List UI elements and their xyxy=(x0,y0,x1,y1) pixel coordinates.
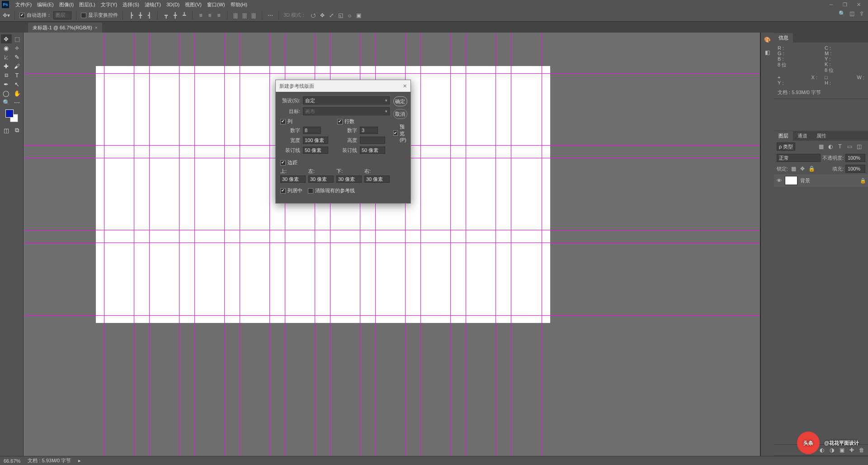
window-maximize-icon[interactable]: ❐ xyxy=(840,1,850,8)
columns-checkbox[interactable] xyxy=(280,119,286,124)
quickmask-icon[interactable]: ◫ xyxy=(1,126,12,135)
distribute-4-icon[interactable]: ||| xyxy=(232,12,239,19)
layer-filter-dropdown[interactable]: ρ 类型 xyxy=(777,142,795,151)
align-bottom-icon[interactable]: ┻ xyxy=(180,12,188,19)
status-docsize[interactable]: 文档 : 5.93M/0 字节 xyxy=(28,457,71,464)
show-transform-checkbox[interactable] xyxy=(81,13,86,18)
align-top-icon[interactable]: ┳ xyxy=(162,12,170,19)
margins-checkbox[interactable] xyxy=(280,160,286,166)
foreground-swatch[interactable] xyxy=(5,109,14,118)
more-tool[interactable]: ⋯ xyxy=(12,98,23,107)
info-tab[interactable]: 信息 xyxy=(774,33,793,43)
brush-tool[interactable]: 🖌 xyxy=(12,62,23,71)
close-tab-icon[interactable]: × xyxy=(95,25,98,30)
layers-tab[interactable]: 图层 xyxy=(774,131,793,141)
filter-shape-icon[interactable]: ▭ xyxy=(846,143,853,150)
filter-type-icon[interactable]: T xyxy=(836,143,844,150)
lock-position-icon[interactable]: ✥ xyxy=(799,165,806,172)
3d-light-icon[interactable]: ☼ xyxy=(346,12,353,19)
menu-help[interactable]: 帮助(H) xyxy=(228,0,250,9)
overflow-icon[interactable]: ⋯ xyxy=(267,12,274,19)
margin-right-input[interactable]: 30 像素 xyxy=(364,176,390,183)
preset-dropdown[interactable]: 自定▾ xyxy=(303,96,390,104)
row-gutter-input[interactable]: 50 像素 xyxy=(360,147,385,154)
3d-orbit-icon[interactable]: ⭯ xyxy=(310,12,317,19)
col-gutter-input[interactable]: 50 像素 xyxy=(303,147,328,154)
color-swatches[interactable] xyxy=(5,109,18,122)
clear-checkbox[interactable] xyxy=(308,188,313,194)
dialog-titlebar[interactable]: 新建参考线版面 ✕ xyxy=(276,80,410,92)
eyedropper-tool[interactable]: ✎ xyxy=(12,52,23,62)
zoom-tool[interactable]: 🔍 xyxy=(1,98,12,107)
shape-tool[interactable]: ◯ xyxy=(1,89,12,98)
adjust-panel-icon[interactable]: ◧ xyxy=(764,49,771,56)
menu-file[interactable]: 文件(F) xyxy=(13,0,34,9)
lasso-tool[interactable]: ◉ xyxy=(1,43,12,52)
share-icon[interactable]: ⇪ xyxy=(858,10,865,17)
auto-select-dropdown[interactable]: 图层 xyxy=(53,11,71,19)
distribute-5-icon[interactable]: ||| xyxy=(241,12,248,19)
menu-window[interactable]: 窗口(W) xyxy=(204,0,228,9)
blend-mode-dropdown[interactable]: 正常 xyxy=(777,154,821,162)
heal-tool[interactable]: ✚ xyxy=(1,62,12,71)
search-icon[interactable]: 🔍 xyxy=(838,10,845,17)
preview-checkbox[interactable] xyxy=(393,130,398,136)
distribute-6-icon[interactable]: ||| xyxy=(250,12,257,19)
visibility-icon[interactable]: 👁 xyxy=(776,178,782,183)
distribute-3-icon[interactable]: ≡ xyxy=(215,12,222,19)
workspace-icon[interactable]: ◫ xyxy=(848,10,855,17)
marquee-tool[interactable]: ⬚ xyxy=(12,34,23,43)
filter-image-icon[interactable]: ▦ xyxy=(817,143,825,150)
cancel-button[interactable]: 取消 xyxy=(393,109,407,119)
distribute-1-icon[interactable]: ≡ xyxy=(197,12,204,19)
path-tool[interactable]: ↖ xyxy=(12,80,23,89)
move-tool-icon[interactable]: ✥▾ xyxy=(3,12,10,19)
filter-adjust-icon[interactable]: ◐ xyxy=(827,143,834,150)
align-hcenter-icon[interactable]: ╋ xyxy=(137,12,144,19)
align-right-icon[interactable]: ┫ xyxy=(146,12,153,19)
menu-3d[interactable]: 3D(D) xyxy=(164,1,182,8)
margin-bottom-input[interactable]: 30 像素 xyxy=(336,176,362,183)
stamp-tool[interactable]: ⧈ xyxy=(1,71,12,80)
delete-layer-icon[interactable]: 🗑 xyxy=(858,446,865,454)
window-minimize-icon[interactable]: ─ xyxy=(826,1,836,8)
3d-pan-icon[interactable]: ✥ xyxy=(319,12,326,19)
menu-edit[interactable]: 编辑(E) xyxy=(34,0,57,9)
properties-tab[interactable]: 属性 xyxy=(812,131,831,141)
fill-input[interactable]: 100% xyxy=(845,165,865,173)
color-panel-icon[interactable]: 🎨 xyxy=(764,36,771,43)
menu-layer[interactable]: 图层(L) xyxy=(76,0,98,9)
align-left-icon[interactable]: ┣ xyxy=(127,12,135,19)
distribute-2-icon[interactable]: ≡ xyxy=(206,12,213,19)
channels-tab[interactable]: 通道 xyxy=(793,131,812,141)
col-width-input[interactable]: 100 像素 xyxy=(303,137,328,144)
auto-select-checkbox[interactable] xyxy=(19,13,25,18)
pen-tool[interactable]: ✒ xyxy=(1,80,12,89)
opacity-input[interactable]: 100% xyxy=(845,154,865,162)
align-vcenter-icon[interactable]: ╋ xyxy=(171,12,179,19)
layer-thumbnail[interactable] xyxy=(785,176,797,185)
3d-camera-icon[interactable]: ▣ xyxy=(355,12,362,19)
menu-view[interactable]: 视图(V) xyxy=(182,0,204,9)
rows-checkbox[interactable] xyxy=(337,119,343,124)
menu-image[interactable]: 图像(I) xyxy=(57,0,76,9)
hand-tool[interactable]: ✋ xyxy=(12,89,23,98)
move-tool[interactable]: ✥ xyxy=(1,34,12,43)
row-height-input[interactable] xyxy=(360,137,385,144)
menu-select[interactable]: 选择(S) xyxy=(120,0,142,9)
document-tab[interactable]: 未标题-1 @ 66.7%(RGB/8) × xyxy=(28,23,102,33)
center-checkbox[interactable] xyxy=(280,188,286,194)
col-count-input[interactable]: 8 xyxy=(303,127,321,134)
layer-row-background[interactable]: 👁 背景 🔒 xyxy=(774,174,868,187)
3d-scale-icon[interactable]: ◱ xyxy=(337,12,344,19)
filter-smart-icon[interactable]: ◫ xyxy=(855,143,863,150)
zoom-level[interactable]: 66.67% xyxy=(4,458,20,464)
type-tool[interactable]: T xyxy=(12,71,23,80)
margin-top-input[interactable]: 30 像素 xyxy=(280,176,306,183)
row-count-input[interactable]: 3 xyxy=(360,127,378,134)
screenmode-icon[interactable]: ⧉ xyxy=(12,126,23,135)
lock-pixels-icon[interactable]: ▦ xyxy=(790,165,797,172)
menu-filter[interactable]: 滤镜(T) xyxy=(142,0,164,9)
ok-button[interactable]: 确定 xyxy=(393,96,407,106)
canvas-area[interactable]: 新建参考线版面 ✕ 预设(S): 自定▾ 目标: 画布▾ 列 xyxy=(24,33,760,456)
